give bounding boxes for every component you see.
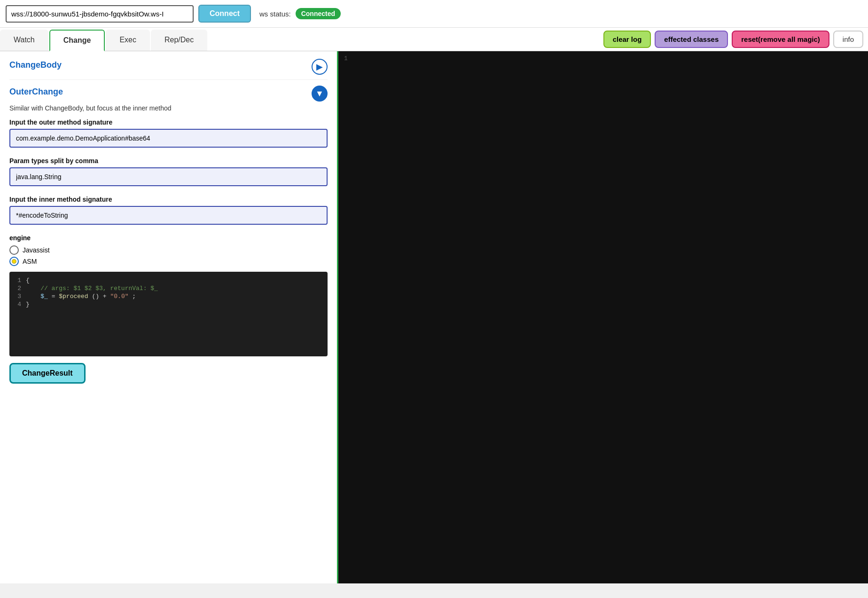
info-button[interactable]: info bbox=[833, 31, 863, 48]
tab-change[interactable]: Change bbox=[49, 30, 105, 51]
code-editor[interactable]: 1 { 2 // args: $1 $2 $3, returnVal: $_ 3… bbox=[9, 272, 328, 356]
line-num-1: 1 bbox=[9, 277, 26, 284]
outer-method-label: Input the outer method signature bbox=[9, 118, 328, 126]
inner-method-input[interactable] bbox=[9, 206, 328, 225]
engine-radio-group: Javassist ASM bbox=[9, 245, 328, 266]
code-line-1: 1 { bbox=[9, 276, 328, 284]
change-body-play-button[interactable]: ▶ bbox=[312, 59, 328, 75]
status-badge: Connected bbox=[296, 8, 341, 19]
ws-url-input[interactable] bbox=[6, 5, 194, 23]
javassist-label: Javassist bbox=[23, 246, 50, 254]
main-layout: ChangeBody ▶ OuterChange ▼ Similar with … bbox=[0, 51, 868, 583]
tab-exec[interactable]: Exec bbox=[106, 30, 150, 51]
line-num-3: 3 bbox=[9, 293, 26, 300]
javassist-radio[interactable] bbox=[9, 245, 19, 255]
clear-log-button[interactable]: clear log bbox=[603, 31, 651, 48]
right-panel: 1 bbox=[338, 51, 868, 583]
reset-button[interactable]: reset(remove all magic) bbox=[732, 31, 829, 48]
tab-list: Watch Change Exec Rep/Dec bbox=[0, 30, 599, 51]
log-line-num-1: 1 bbox=[344, 55, 348, 62]
tab-watch[interactable]: Watch bbox=[0, 30, 48, 51]
change-body-title: ChangeBody bbox=[9, 60, 62, 70]
line-content-1: { bbox=[26, 277, 328, 284]
outer-method-input[interactable] bbox=[9, 129, 328, 148]
line-content-2: // args: $1 $2 $3, returnVal: $_ bbox=[26, 285, 328, 292]
ws-status-label: ws status: bbox=[259, 10, 291, 18]
log-row-1: 1 bbox=[344, 55, 862, 62]
outer-change-title: OuterChange bbox=[9, 87, 63, 97]
line-content-4: } bbox=[26, 301, 328, 308]
line-content-3: $_ = $proceed () + "0.0" ; bbox=[26, 293, 328, 300]
inner-method-label: Input the inner method signature bbox=[9, 196, 328, 203]
param-types-label: Param types split by comma bbox=[9, 157, 328, 165]
line-num-4: 4 bbox=[9, 301, 26, 308]
param-types-input[interactable] bbox=[9, 167, 328, 186]
outer-change-header: OuterChange ▼ bbox=[9, 86, 328, 102]
outer-change-toggle-button[interactable]: ▼ bbox=[312, 86, 328, 102]
engine-javassist-option[interactable]: Javassist bbox=[9, 245, 328, 255]
left-panel: ChangeBody ▶ OuterChange ▼ Similar with … bbox=[0, 51, 338, 583]
code-line-2: 2 // args: $1 $2 $3, returnVal: $_ bbox=[9, 284, 328, 292]
code-line-4: 4 } bbox=[9, 300, 328, 308]
tab-bar: Watch Change Exec Rep/Dec clear log effe… bbox=[0, 28, 868, 51]
asm-radio[interactable] bbox=[9, 257, 19, 266]
change-result-button[interactable]: ChangeResult bbox=[9, 363, 86, 384]
connect-button[interactable]: Connect bbox=[198, 5, 251, 23]
header-bar: Connect ws status: Connected bbox=[0, 0, 868, 28]
tab-actions: clear log effected classes reset(remove … bbox=[599, 28, 868, 51]
effected-classes-button[interactable]: effected classes bbox=[655, 31, 728, 48]
asm-label: ASM bbox=[23, 258, 37, 265]
line-num-2: 2 bbox=[9, 285, 26, 292]
change-body-section: ChangeBody ▶ bbox=[9, 59, 328, 80]
code-line-3: 3 $_ = $proceed () + "0.0" ; bbox=[9, 292, 328, 300]
engine-asm-option[interactable]: ASM bbox=[9, 257, 328, 266]
tab-repdec[interactable]: Rep/Dec bbox=[151, 30, 207, 51]
outer-change-section: OuterChange ▼ Similar with ChangeBody, b… bbox=[9, 86, 328, 356]
outer-change-desc: Similar with ChangeBody, but focus at th… bbox=[9, 104, 328, 112]
engine-label: engine bbox=[9, 234, 328, 242]
